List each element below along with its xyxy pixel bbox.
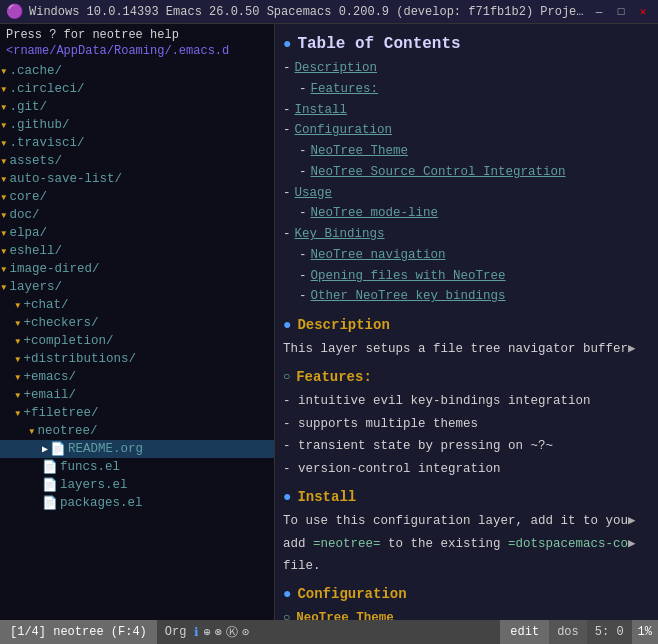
window-title: Windows 10.0.14393 Emacs 26.0.50 Spacema…	[29, 5, 590, 19]
close-button[interactable]: ✕	[634, 3, 652, 21]
tree-item-name: funcs.el	[60, 460, 120, 474]
folder-icon: ▾	[14, 369, 22, 385]
maximize-button[interactable]: □	[612, 3, 630, 21]
desc-bullet: ●	[283, 315, 291, 336]
toc-link[interactable]: Install	[295, 101, 348, 120]
folder-icon: ▾	[0, 171, 8, 187]
toc-link[interactable]: NeoTree mode-line	[311, 204, 439, 223]
toc-link[interactable]: Features:	[311, 80, 379, 99]
tree-item[interactable]: ▾+filetree/	[0, 404, 274, 422]
folder-icon: ▾	[0, 189, 8, 205]
tree-item[interactable]: ▾image-dired/	[0, 260, 274, 278]
tree-item-name: +distributions/	[24, 352, 137, 366]
tree-item[interactable]: ▾.travisci/	[0, 134, 274, 152]
tree-item-name: .circleci/	[10, 82, 85, 96]
tree-item[interactable]: ▾.github/	[0, 116, 274, 134]
folder-icon: ▾	[0, 225, 8, 241]
feature-item: - version-control integration	[283, 458, 650, 481]
toc-item: -NeoTree mode-line	[299, 203, 650, 224]
tree-item[interactable]: 📄layers.el	[0, 476, 274, 494]
toc-dash: -	[299, 204, 307, 223]
tree-item[interactable]: ▾.git/	[0, 98, 274, 116]
tree-item[interactable]: ▾+completion/	[0, 332, 274, 350]
tree-item[interactable]: ▾+email/	[0, 386, 274, 404]
tree-item[interactable]: ▶📄README.org	[0, 440, 274, 458]
tree-item[interactable]: ▾neotree/	[0, 422, 274, 440]
folder-icon: ▾	[0, 117, 8, 133]
tree-item[interactable]: ▾eshell/	[0, 242, 274, 260]
folder-icon: ▾	[0, 63, 8, 79]
toc-dash: -	[299, 267, 307, 286]
toc-link[interactable]: NeoTree navigation	[311, 246, 446, 265]
tree-item[interactable]: ▾+chat/	[0, 296, 274, 314]
tree-item[interactable]: ▾+emacs/	[0, 368, 274, 386]
tree-item[interactable]: ▾elpa/	[0, 224, 274, 242]
toc-item: -NeoTree Source Control Integration	[299, 162, 650, 183]
status-k-icon: Ⓚ	[226, 624, 238, 641]
folder-icon: ▾	[0, 243, 8, 259]
folder-icon: ▾	[0, 81, 8, 97]
status-position: [1/4] neotree (F:4)	[0, 620, 157, 644]
feature-item: - supports multiple themes	[283, 413, 650, 436]
tree-item-name: .travisci/	[10, 136, 85, 150]
statusbar: [1/4] neotree (F:4) Org ℹ ⊕ ⊗ Ⓚ ⊙ edit d…	[0, 620, 658, 644]
toc-link[interactable]: Key Bindings	[295, 225, 385, 244]
tree-item[interactable]: ▾.circleci/	[0, 80, 274, 98]
toc-link[interactable]: Opening files with NeoTree	[311, 267, 506, 286]
tree-item[interactable]: ▾assets/	[0, 152, 274, 170]
toc-link[interactable]: Other NeoTree key bindings	[311, 287, 506, 306]
status-middle: Org ℹ ⊕ ⊗ Ⓚ ⊙	[157, 624, 501, 641]
status-edit: edit	[500, 620, 549, 644]
toc-dash: -	[299, 142, 307, 161]
toc-item: -Configuration	[283, 120, 650, 141]
toc-link[interactable]: Usage	[295, 184, 333, 203]
content-pane: ● Table of Contents -Description-Feature…	[275, 24, 658, 620]
tree-item[interactable]: ▾doc/	[0, 206, 274, 224]
tree-item[interactable]: ▾+distributions/	[0, 350, 274, 368]
tree-item-name: neotree/	[38, 424, 98, 438]
tree-item-name: README.org	[68, 442, 143, 456]
toc-link[interactable]: NeoTree Theme	[311, 142, 409, 161]
app-icon: 🟣	[6, 3, 23, 20]
tree-item[interactable]: 📄funcs.el	[0, 458, 274, 476]
neotree-sidebar[interactable]: Press ? for neotree help <rname/AppData/…	[0, 24, 275, 620]
tree-item[interactable]: ▾auto-save-list/	[0, 170, 274, 188]
tree-item-name: layers/	[10, 280, 63, 294]
tree-item[interactable]: ▾.cache/	[0, 62, 274, 80]
toc-link[interactable]: Description	[295, 59, 378, 78]
status-circle-icon: ⊕	[203, 625, 210, 640]
folder-icon: ▾	[14, 315, 22, 331]
tree-item-name: .github/	[10, 118, 70, 132]
toc-dash: -	[299, 163, 307, 182]
neotree-path: <rname/AppData/Roaming/.emacs.d	[0, 44, 274, 62]
tree-item[interactable]: ▾core/	[0, 188, 274, 206]
tree-item-name: +completion/	[24, 334, 114, 348]
tree-item[interactable]: ▾layers/	[0, 278, 274, 296]
titlebar: 🟣 Windows 10.0.14393 Emacs 26.0.50 Space…	[0, 0, 658, 24]
neotree-theme-header: ○ NeoTree Theme	[283, 609, 650, 620]
tree-item[interactable]: 📄packages.el	[0, 494, 274, 512]
file-icon: 📄	[42, 459, 58, 475]
status-org: Org	[165, 625, 187, 639]
toc-item: -Install	[283, 100, 650, 121]
toc-list: -Description-Features:-Install-Configura…	[283, 58, 650, 307]
neotree-help: Press ? for neotree help	[0, 26, 274, 44]
install-bullet: ●	[283, 487, 291, 508]
tree-item-name: core/	[10, 190, 48, 204]
config-header: ● Configuration	[283, 584, 650, 605]
neotree-theme-title: NeoTree Theme	[296, 609, 394, 620]
toc-link[interactable]: Configuration	[295, 121, 393, 140]
toc-dash: -	[283, 101, 291, 120]
status-info-icon: ℹ	[194, 625, 199, 640]
tree-item-name: packages.el	[60, 496, 143, 510]
install-title: Install	[297, 487, 356, 508]
toc-link[interactable]: NeoTree Source Control Integration	[311, 163, 566, 182]
status-x-icon: ⊗	[215, 625, 222, 640]
tree-item[interactable]: ▾+checkers/	[0, 314, 274, 332]
tree-container: ▾.cache/▾.circleci/▾.git/▾.github/▾.trav…	[0, 62, 274, 512]
folder-icon: ▾	[0, 153, 8, 169]
main-area: Press ? for neotree help <rname/AppData/…	[0, 24, 658, 620]
status-pos: 5: 0	[587, 620, 632, 644]
description-title: Description	[297, 315, 389, 336]
minimize-button[interactable]: —	[590, 3, 608, 21]
